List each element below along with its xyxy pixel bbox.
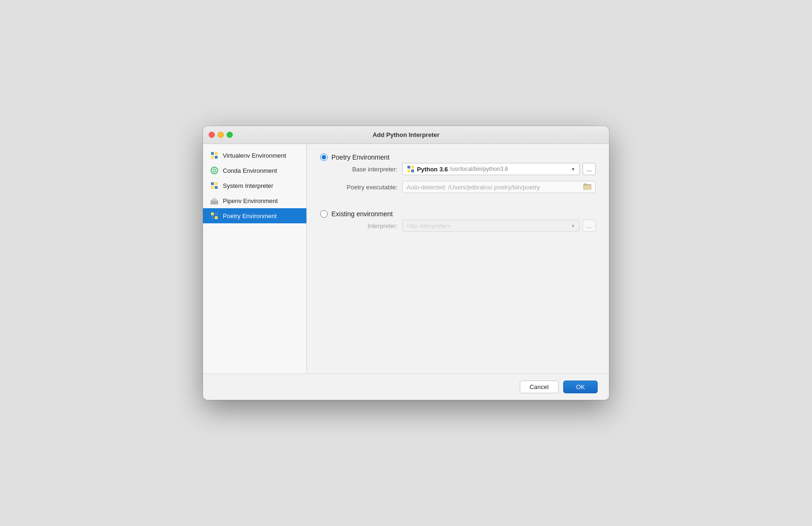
no-interpreter-value: <No interpreter> (406, 222, 451, 229)
svg-rect-20 (411, 170, 414, 172)
sidebar-item-conda-label: Conda Environment (223, 167, 277, 174)
svg-rect-6 (211, 182, 214, 185)
maximize-button[interactable] (227, 132, 233, 138)
poetry-environment-radio[interactable] (320, 153, 328, 161)
base-interpreter-label: Base interpreter: (331, 166, 398, 173)
sidebar-item-system-label: System Interpreter (223, 182, 273, 189)
virtualenv-icon (210, 151, 219, 160)
base-interpreter-content: Python 3.6 /usr/local/bin/python3.6 (406, 165, 571, 173)
dialog-body: Virtualenv Environment Conda Environment (203, 144, 609, 373)
interpreter-row: Interpreter: <No interpreter> ▼ ... (331, 220, 596, 232)
svg-rect-19 (407, 170, 410, 172)
sidebar-item-conda[interactable]: Conda Environment (203, 163, 306, 178)
close-button[interactable] (209, 132, 215, 138)
existing-environment-radio[interactable] (320, 210, 328, 218)
interpreter-content: <No interpreter> (406, 222, 571, 229)
base-interpreter-input-group: Python 3.6 /usr/local/bin/python3.6 ▼ ..… (402, 163, 596, 175)
svg-rect-8 (211, 186, 214, 189)
sidebar-item-pipenv[interactable]: Pipenv Environment (203, 193, 306, 208)
traffic-lights (209, 132, 233, 138)
cancel-button[interactable]: Cancel (520, 381, 558, 393)
poetry-environment-section: Poetry Environment Base interpreter: (320, 153, 596, 202)
interpreter-dropdown[interactable]: <No interpreter> ▼ (402, 220, 580, 232)
minimize-button[interactable] (218, 132, 224, 138)
interpreter-dots-button[interactable]: ... (583, 220, 596, 232)
svg-rect-16 (215, 216, 218, 219)
svg-rect-1 (215, 152, 218, 155)
svg-rect-15 (211, 216, 214, 219)
sidebar-item-system[interactable]: System Interpreter (203, 178, 306, 193)
pipenv-icon (210, 196, 219, 205)
poetry-environment-fields: Base interpreter: (331, 163, 596, 193)
ok-button[interactable]: OK (563, 381, 598, 393)
add-python-interpreter-dialog: Add Python Interpreter Virtualenv Enviro… (203, 126, 609, 400)
existing-environment-section: Existing environment Interpreter: <No in… (320, 210, 596, 240)
sidebar-item-poetry[interactable]: Poetry Environment (203, 208, 306, 223)
python-path: /usr/local/bin/python3.6 (450, 166, 508, 172)
existing-environment-label: Existing environment (331, 210, 393, 218)
svg-rect-12 (213, 197, 215, 199)
svg-rect-13 (211, 212, 214, 215)
folder-icon (583, 182, 592, 192)
dropdown-arrow-icon: ▼ (571, 167, 575, 172)
sidebar-item-pipenv-label: Pipenv Environment (223, 197, 278, 204)
poetry-executable-input-group: Auto-detected: /Users/jetbrains/.poetry/… (402, 181, 596, 193)
svg-point-5 (213, 169, 216, 172)
python-icon (406, 165, 415, 173)
base-interpreter-dropdown[interactable]: Python 3.6 /usr/local/bin/python3.6 ▼ (402, 163, 580, 175)
dialog-title: Add Python Interpreter (372, 131, 440, 138)
svg-rect-17 (407, 166, 410, 169)
dialog-footer: Cancel OK (203, 373, 609, 400)
svg-rect-14 (215, 212, 218, 215)
titlebar: Add Python Interpreter (203, 126, 609, 144)
svg-rect-9 (215, 186, 218, 189)
poetry-executable-row: Poetry executable: Auto-detected: /Users… (331, 181, 596, 193)
sidebar: Virtualenv Environment Conda Environment (203, 144, 307, 373)
base-interpreter-row: Base interpreter: (331, 163, 596, 175)
svg-rect-2 (211, 156, 214, 159)
sidebar-item-virtualenv-label: Virtualenv Environment (223, 152, 286, 159)
poetry-executable-label: Poetry executable: (331, 184, 398, 191)
svg-rect-0 (211, 152, 214, 155)
base-interpreter-dots-button[interactable]: ... (583, 163, 596, 175)
svg-rect-18 (411, 166, 414, 169)
existing-environment-radio-row: Existing environment (320, 210, 596, 218)
poetry-environment-radio-row: Poetry Environment (320, 153, 596, 161)
conda-icon (210, 166, 219, 175)
poetry-executable-input[interactable]: Auto-detected: /Users/jetbrains/.poetry/… (402, 181, 596, 193)
poetry-environment-label: Poetry Environment (331, 153, 389, 161)
svg-point-4 (211, 167, 218, 174)
main-panel: Poetry Environment Base interpreter: (307, 144, 609, 373)
interpreter-input-group: <No interpreter> ▼ ... (402, 220, 596, 232)
poetry-icon (210, 211, 219, 221)
python-version: Python 3.6 (417, 166, 448, 173)
sidebar-item-virtualenv[interactable]: Virtualenv Environment (203, 148, 306, 163)
existing-environment-fields: Interpreter: <No interpreter> ▼ ... (331, 220, 596, 232)
system-icon (210, 181, 219, 190)
poetry-executable-placeholder: Auto-detected: /Users/jetbrains/.poetry/… (406, 184, 540, 191)
interpreter-label: Interpreter: (331, 222, 398, 229)
svg-rect-3 (215, 156, 218, 159)
interpreter-dropdown-arrow-icon: ▼ (571, 223, 575, 229)
sidebar-item-poetry-label: Poetry Environment (223, 212, 277, 220)
svg-rect-7 (215, 182, 218, 185)
